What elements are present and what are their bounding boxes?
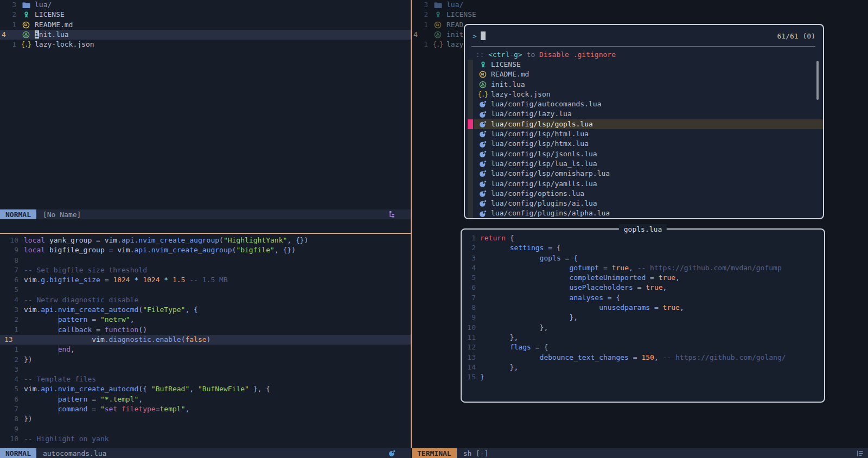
file-row[interactable]: 2LICENSE <box>412 10 868 20</box>
code-line[interactable]: 3 gopls = { <box>462 253 824 263</box>
code-line[interactable]: 7-- Set bigfile size threshold <box>0 265 411 275</box>
file-row[interactable]: 2LICENSE <box>0 10 411 20</box>
code-line[interactable]: 14 }, <box>462 362 824 372</box>
line-number: 1 <box>0 40 16 49</box>
file-path: lua/config/lsp/lua_ls.lua <box>491 159 597 169</box>
code-line[interactable]: 3vim.api.nvim_create_autocmd("FileType",… <box>0 305 411 315</box>
code-text: pattern = "netrw", <box>18 315 135 323</box>
code-text <box>18 365 24 373</box>
folder-icon <box>432 2 443 9</box>
code-line[interactable]: 2 settings = { <box>462 243 824 253</box>
code-line[interactable]: 9 <box>0 424 411 434</box>
line-number: 3 <box>412 0 428 10</box>
file-path: lazy-lock.json <box>491 90 551 99</box>
code-line[interactable]: 8}) <box>0 414 411 424</box>
fzf-prompt[interactable]: > 61/61 (0) <box>465 29 823 42</box>
file-name: READ <box>446 20 463 30</box>
code-line[interactable]: 5 completeUnimported = true, <box>462 273 824 283</box>
code-text <box>18 425 24 433</box>
code-text: debounce_text_changes = 150, -- https://… <box>476 353 786 361</box>
line-number: 7 <box>0 404 18 414</box>
code-text: analyses = { <box>476 294 620 302</box>
code-line[interactable]: 8 unusedparams = true, <box>462 303 824 313</box>
file-row[interactable]: 1README.md <box>0 20 411 30</box>
code-line[interactable]: 10local yank_group = vim.api.nvim_create… <box>0 236 411 245</box>
line-number: 1 <box>412 40 428 49</box>
code-line[interactable]: 2}) <box>0 355 411 365</box>
line-number: 7 <box>462 293 476 303</box>
file-row[interactable]: 4init.lua <box>0 30 411 40</box>
line-number: 6 <box>0 275 18 285</box>
code-line[interactable]: 1 end, <box>0 345 411 354</box>
code-line[interactable]: 12 flags = { <box>462 342 824 352</box>
picker-item[interactable]: lua/config/lazy.lua <box>474 109 823 119</box>
picker-item[interactable]: lua/config/lsp/jsonls.lua <box>474 149 823 159</box>
code-text: flags = { <box>476 343 548 351</box>
line-number: 2 <box>412 10 428 20</box>
code-line[interactable]: 4 gofumpt = true, -- https://github.com/… <box>462 263 824 273</box>
file-row[interactable]: 1{.}lazy-lock.json <box>0 40 411 49</box>
picker-item[interactable]: lua/config/lsp/omnisharp.lua <box>474 169 823 179</box>
picker-item[interactable]: lua/config/lsp/html.lua <box>474 129 823 139</box>
code-line[interactable]: 4-- Template files <box>0 374 411 384</box>
code-text: }, <box>476 333 518 341</box>
picker-item[interactable]: lua/config/lsp/gopls.lua <box>474 119 823 129</box>
window-separator-vertical[interactable] <box>411 0 412 448</box>
code-text: gofumpt = true, -- https://github.com/mv… <box>476 264 782 272</box>
code-line[interactable]: 4-- Netrw diagnostic disable <box>0 295 411 305</box>
picker-item[interactable]: README.md <box>474 69 823 79</box>
code-line[interactable]: 11 }, <box>462 333 824 342</box>
picker-item[interactable]: init.lua <box>474 80 823 90</box>
indent-guide <box>58 395 59 404</box>
line-number: 10 <box>462 323 476 333</box>
code-line[interactable]: 6vim.g.bigfile_size = 1024 * 1024 * 1.5 … <box>0 275 411 285</box>
picker-item[interactable]: LICENSE <box>474 60 823 69</box>
code-line[interactable]: 9 }, <box>462 313 824 322</box>
file-row[interactable]: 3lua/ <box>412 0 868 10</box>
code-line[interactable]: 3 <box>0 365 411 374</box>
line-number: 3 <box>0 0 16 10</box>
file-path: lua/config/lsp/jsonls.lua <box>491 149 597 159</box>
code-line[interactable]: 7 command = "set filetype=templ", <box>0 404 411 414</box>
code-line[interactable]: 6 pattern = "*.templ", <box>0 395 411 404</box>
code-line[interactable]: 7 analyses = { <box>462 293 824 303</box>
code-line[interactable]: 15} <box>462 372 824 382</box>
terminal-name: sh [-] <box>463 449 489 457</box>
line-number: 6 <box>0 395 18 404</box>
code-text: pattern = "*.templ", <box>18 395 143 403</box>
line-number: 9 <box>0 424 18 434</box>
code-line[interactable]: 1return { <box>462 233 824 243</box>
picker-item[interactable]: lua/config/plugins/alpha.lua <box>474 208 823 218</box>
code-line[interactable]: 13 debounce_text_changes = 150, -- https… <box>462 353 824 362</box>
code-line[interactable]: 10 }, <box>462 323 824 333</box>
lua-icon <box>478 130 488 138</box>
lua-icon <box>478 111 488 118</box>
code-line[interactable]: 1 callback = function() <box>0 325 411 335</box>
line-number: 10 <box>0 236 18 245</box>
picker-item[interactable]: lua/config/autocomands.lua <box>474 99 823 109</box>
code-line[interactable]: 9local bigfile_group = vim.api.nvim_crea… <box>0 245 411 255</box>
code-line[interactable]: 2 pattern = "netrw", <box>0 315 411 325</box>
picker-item[interactable]: lua/config/lsp/htmx.lua <box>474 139 823 149</box>
picker-item[interactable]: {.}lazy-lock.json <box>474 90 823 99</box>
line-number: 12 <box>462 342 476 352</box>
code-text: }, <box>476 313 578 321</box>
picker-item[interactable]: lua/config/plugins/ai.lua <box>474 199 823 208</box>
line-number: 5 <box>0 384 18 394</box>
file-row[interactable]: 3lua/ <box>0 0 411 10</box>
license-icon <box>478 61 488 68</box>
code-line[interactable]: 10-- Highlight on yank <box>0 434 411 444</box>
picker-item[interactable]: lua/config/lsp/yamlls.lua <box>474 179 823 189</box>
code-line[interactable]: 6 usePlaceholders = true, <box>462 283 824 292</box>
picker-item[interactable]: lua/config/options.lua <box>474 189 823 199</box>
file-path: lua/config/lsp/htmx.lua <box>491 139 589 149</box>
code-line[interactable]: 13 vim.diagnostic.enable(false) <box>0 335 411 345</box>
picker-scrollbar[interactable] <box>816 61 819 100</box>
code-line[interactable]: 5 <box>0 285 411 295</box>
code-statusline: NORMAL autocomands.lua <box>0 448 411 458</box>
code-line[interactable]: 8 <box>0 256 411 265</box>
picker-item[interactable]: lua/config/lsp/lua_ls.lua <box>474 159 823 169</box>
code-line[interactable]: 5vim.api.nvim_create_autocmd({ "BufRead"… <box>0 384 411 394</box>
code-editor[interactable]: 10local yank_group = vim.api.nvim_create… <box>0 234 411 448</box>
file-path: lua/config/lsp/yamlls.lua <box>491 179 597 189</box>
